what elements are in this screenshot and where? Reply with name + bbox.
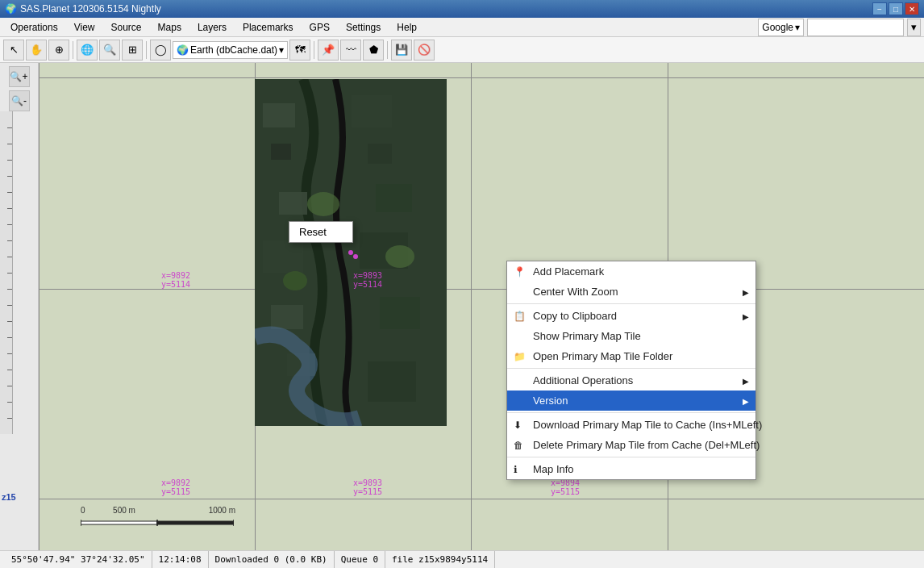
ctx-separator-4 [507,457,755,457]
google-search-input[interactable] [807,19,904,36]
grid-line-h [39,77,924,78]
grid-line-h [39,289,924,290]
ruler-tick [7,273,12,274]
ctx-add-placemark[interactable]: 📍 Add Placemark [507,261,755,282]
svg-rect-11 [380,297,420,329]
ctx-show-primary[interactable]: Show Primary Map Tile [507,326,755,346]
scale-bar-svg [81,518,234,528]
app-icon: 🌍 [5,3,17,15]
svg-point-16 [385,245,414,268]
ruler-tick [7,386,12,386]
ctx-open-folder[interactable]: 📁 Open Primary Map Tile Folder [507,346,755,366]
ctx-version-label: Version [533,395,568,407]
ctx-center-zoom[interactable]: Center With Zoom [507,282,755,302]
coord-label-1: x=9892y=5114 [161,271,190,289]
menu-view[interactable]: View [67,19,102,36]
minimize-button[interactable]: − [872,2,887,15]
ctx-show-primary-label: Show Primary Map Tile [533,330,641,342]
select-tool-button[interactable]: ↖ [3,40,24,61]
no-entry-button[interactable]: 🚫 [414,40,435,61]
svg-rect-7 [376,184,412,212]
layers-button[interactable]: 🗺 [289,40,310,61]
ctx-delete-tile-label: Delete Primary Map Tile from Cache (Del+… [533,439,760,451]
toolbar: ↖ ✋ ⊕ 🌐 🔍 ⊞ ◯ 🌍 Earth (dbCache.dat) ▾ 🗺 … [0,37,924,63]
close-button[interactable]: ✕ [905,2,919,15]
ctx-map-info-label: Map Info [533,463,574,475]
select2-button[interactable]: ◯ [150,40,171,61]
zoom-out-side-button[interactable]: 🔍- [9,90,30,111]
status-file: file z15x9894y5114 [385,551,495,568]
fit-button[interactable]: ⊞ [122,40,143,61]
menu-layers[interactable]: Layers [190,19,234,36]
ctx-download-tile-label: Download Primary Map Tile to Cache (Ins+… [533,419,762,431]
status-coords: 55°50'47.94" 37°24'32.05" [5,551,152,568]
maximize-button[interactable]: □ [889,2,903,15]
earth-dropdown[interactable]: 🌍 Earth (dbCache.dat) ▾ [173,41,288,59]
svg-rect-13 [368,361,416,402]
toolbar-separator-2 [146,41,147,59]
google-dropdown[interactable]: Google ▾ [758,19,804,36]
svg-rect-3 [271,144,291,160]
coord-label-4: x=9892y=5115 [161,478,190,496]
grid-line-v [39,63,40,550]
ruler-tick [7,370,12,370]
menu-operations[interactable]: Operations [3,19,65,36]
titlebar: 🌍 SAS.Planet 120306.5154 Nightly − □ ✕ [0,0,924,18]
menu-settings[interactable]: Settings [339,19,388,36]
svg-rect-2 [263,103,295,127]
earth-icon: 🌍 [177,44,189,56]
coord-label-6: x=9894y=5115 [551,478,580,496]
clipboard-icon: 📋 [514,311,526,322]
ctx-additional-ops[interactable]: Additional Operations [507,370,755,390]
save-button[interactable]: 💾 [391,40,412,61]
menu-placemarks[interactable]: Placemarks [235,19,301,36]
ctx-download-tile[interactable]: ⬇ Download Primary Map Tile to Cache (In… [507,415,755,435]
satellite-image [255,79,447,426]
ctx-additional-ops-label: Additional Operations [533,374,633,386]
map-canvas[interactable]: x=9892y=5114 x=9893y=5114 x=9894y=5114 x… [39,63,924,550]
folder-icon: 📁 [514,351,526,362]
ctx-map-info[interactable]: ℹ Map Info [507,459,755,479]
placemark-button[interactable]: 📌 [318,40,339,61]
ruler-tick [7,240,12,241]
ruler-tick [7,257,12,257]
svg-rect-10 [271,305,303,329]
svg-point-15 [283,271,307,290]
menu-maps[interactable]: Maps [151,19,189,36]
ruler-tick [7,224,12,225]
ruler-tick [7,289,12,290]
zoom-in-button[interactable]: 🔍 [99,40,120,61]
grid-line-v [471,63,472,550]
scale-label-1000: 1000 m [161,506,235,515]
coord-label-2: x=9893y=5114 [353,271,382,289]
ruler-tick [7,160,12,161]
zoom-tool-button[interactable]: ⊕ [48,40,69,61]
svg-rect-4 [352,95,392,127]
download-icon: ⬇ [514,420,522,431]
ctx-version[interactable]: Version [507,390,755,411]
polygon-button[interactable]: ⬟ [363,40,384,61]
svg-rect-20 [81,521,157,524]
svg-rect-5 [368,144,392,164]
submenu-version-reset[interactable]: Reset [289,222,352,242]
ruler-tick [7,337,12,338]
ctx-add-placemark-label: Add Placemark [533,265,604,278]
menu-source[interactable]: Source [104,19,149,36]
ctx-delete-tile[interactable]: 🗑 Delete Primary Map Tile from Cache (De… [507,435,755,455]
zoom-in-side-button[interactable]: 🔍+ [9,66,30,87]
menu-help[interactable]: Help [389,19,424,36]
zoom-label: z15 [2,492,16,502]
ruler [0,111,13,434]
submenu-version: Reset [289,221,353,243]
route-button[interactable]: 〰 [340,40,361,61]
grab-tool-button[interactable]: ✋ [26,40,47,61]
menu-gps[interactable]: GPS [302,19,337,36]
ctx-copy-clipboard[interactable]: 📋 Copy to Clipboard [507,306,755,326]
google-chevron-icon: ▾ [795,22,800,33]
globe-button[interactable]: 🌐 [77,40,98,61]
app-title: SAS.Planet 120306.5154 Nightly [20,3,161,15]
google-search-button[interactable]: ▾ [907,19,921,36]
svg-point-14 [307,192,339,216]
status-queue: Queue 0 [335,551,385,568]
ctx-copy-clipboard-label: Copy to Clipboard [533,310,617,322]
